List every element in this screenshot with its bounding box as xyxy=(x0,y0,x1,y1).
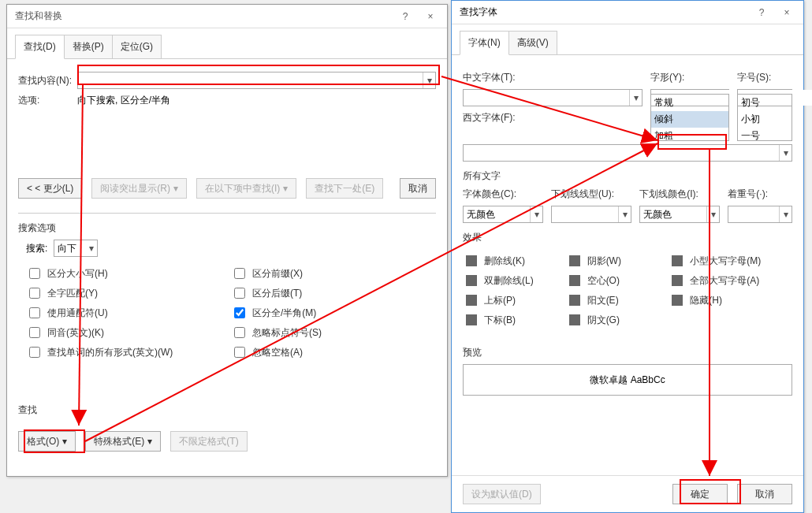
cn-font-combo[interactable]: ▾ xyxy=(463,89,643,106)
ok-button[interactable]: 确定 xyxy=(672,484,728,504)
reading-highlight-button[interactable]: 阅读突出显示(R) ▾ xyxy=(91,178,187,199)
size-option[interactable]: 小初 xyxy=(738,111,792,128)
find-input-combo[interactable]: ▾ xyxy=(77,72,436,89)
search-options-title: 搜索选项 xyxy=(18,221,436,235)
en-font-combo[interactable]: ▾ xyxy=(463,144,792,162)
check-sounds-like[interactable]: 同音(英文)(K) xyxy=(26,325,231,340)
tabs: 字体(N) 高级(V) xyxy=(452,24,803,55)
check-suffix[interactable]: 区分后缀(T) xyxy=(231,285,436,301)
chevron-down-icon[interactable]: ▾ xyxy=(706,206,719,222)
effect-engrave[interactable]: 阴文(G) xyxy=(566,312,669,328)
less-button[interactable]: < < 更少(L) xyxy=(18,178,82,199)
tabs: 查找(D) 替换(P) 定位(G) xyxy=(7,28,447,59)
options-value: 向下搜索, 区分全/半角 xyxy=(77,94,170,107)
font-color-label: 字体颜色(C): xyxy=(463,188,543,201)
style-option-italic[interactable]: 倾斜 xyxy=(651,111,728,128)
search-direction-combo[interactable]: 向下 ▾ xyxy=(54,240,98,257)
underline-color-combo[interactable]: 无颜色▾ xyxy=(639,206,720,223)
help-icon: ? xyxy=(403,11,408,22)
no-format-button[interactable]: 不限定格式(T) xyxy=(170,431,247,452)
check-fullhalf[interactable]: 区分全/半角(M) xyxy=(231,305,436,321)
find-label: 查找内容(N): xyxy=(18,74,77,87)
underline-type-combo[interactable]: ▾ xyxy=(551,206,631,223)
find-in-button[interactable]: 在以下项中查找(I) ▾ xyxy=(196,178,296,199)
dialog-title: 查找字体 xyxy=(460,6,497,19)
format-button[interactable]: 格式(O) ▾ xyxy=(18,431,76,452)
check-ignore-space[interactable]: 忽略空格(A) xyxy=(231,344,436,360)
tab-advanced[interactable]: 高级(V) xyxy=(508,31,557,54)
special-format-button[interactable]: 特殊格式(E) ▾ xyxy=(85,431,161,452)
search-dir-label: 搜索: xyxy=(26,242,47,255)
dialog-body: 中文字体(T): 字形(Y): 字号(S): ▾ 西文字体(F): 常规 倾斜 … xyxy=(452,55,803,403)
check-wildcards[interactable]: 使用通配符(U) xyxy=(26,305,231,321)
help-button[interactable]: ? xyxy=(393,8,417,25)
style-option-regular[interactable]: 常规 xyxy=(651,95,728,111)
tab-replace[interactable]: 替换(P) xyxy=(64,35,113,58)
effect-emboss[interactable]: 阳文(E) xyxy=(566,292,669,308)
style-listbox[interactable]: 常规 倾斜 加粗 xyxy=(650,94,729,141)
size-label: 字号(S): xyxy=(737,71,792,84)
options-label: 选项: xyxy=(18,94,77,107)
effect-allcaps[interactable]: 全部大写字母(A) xyxy=(669,273,792,288)
check-prefix[interactable]: 区分前缀(X) xyxy=(231,266,436,281)
find-replace-dialog: 查找和替换 ? × 查找(D) 替换(P) 定位(G) 查找内容(N): ▾ 选… xyxy=(6,4,448,477)
chevron-down-icon: ▾ xyxy=(86,243,97,254)
effect-sub[interactable]: 下标(B) xyxy=(463,312,566,328)
effect-strike[interactable]: 删除线(K) xyxy=(463,253,566,269)
all-text-label: 所有文字 xyxy=(463,169,792,183)
effect-outline[interactable]: 空心(O) xyxy=(566,273,669,288)
emphasis-combo[interactable]: ▾ xyxy=(728,206,792,223)
chevron-down-icon[interactable]: ▾ xyxy=(423,72,435,88)
cn-font-label: 中文字体(T): xyxy=(463,71,643,84)
en-font-input[interactable] xyxy=(464,145,779,161)
tab-goto[interactable]: 定位(G) xyxy=(112,35,162,58)
cn-font-input[interactable] xyxy=(464,90,629,106)
style-label: 字形(Y): xyxy=(650,71,729,84)
find-next-button[interactable]: 查找下一处(E) xyxy=(306,178,383,199)
effect-dblstrike[interactable]: 双删除线(L) xyxy=(463,273,566,288)
cancel-button[interactable]: 取消 xyxy=(737,484,792,504)
tab-font[interactable]: 字体(N) xyxy=(460,31,509,55)
help-button[interactable]: ? xyxy=(750,4,773,21)
chevron-down-icon[interactable]: ▾ xyxy=(779,206,792,222)
close-icon: × xyxy=(427,11,433,22)
style-option-bold[interactable]: 加粗 xyxy=(651,128,728,141)
titlebar: 查找和替换 ? × xyxy=(7,5,447,28)
find-section-title: 查找 xyxy=(18,403,436,417)
effect-hidden[interactable]: 隐藏(H) xyxy=(669,292,792,308)
dialog-title: 查找和替换 xyxy=(15,9,62,23)
find-font-dialog: 查找字体 ? × 字体(N) 高级(V) 中文字体(T): 字形(Y): 字号(… xyxy=(451,0,804,513)
emphasis-label: 着重号(·): xyxy=(728,188,792,201)
chevron-down-icon[interactable]: ▾ xyxy=(779,145,792,161)
check-wholeword[interactable]: 全字匹配(Y) xyxy=(26,285,231,301)
effects-label: 效果 xyxy=(463,231,792,244)
underline-color-label: 下划线颜色(I): xyxy=(639,188,720,201)
en-font-label: 西文字体(F): xyxy=(463,111,643,125)
size-option[interactable]: 一号 xyxy=(738,128,792,141)
preview-label: 预览 xyxy=(463,346,792,359)
find-input[interactable] xyxy=(78,72,423,88)
cancel-button[interactable]: 取消 xyxy=(400,178,436,199)
chevron-down-icon[interactable]: ▾ xyxy=(629,90,642,106)
size-listbox[interactable]: 初号 小初 一号 xyxy=(737,94,792,141)
dialog-footer: 设为默认值(D) 确定 取消 xyxy=(452,475,803,512)
chevron-down-icon[interactable]: ▾ xyxy=(618,206,631,222)
effect-shadow[interactable]: 阴影(W) xyxy=(566,253,669,269)
size-option[interactable]: 初号 xyxy=(738,95,792,111)
underline-type-label: 下划线线型(U): xyxy=(551,188,631,201)
titlebar: 查找字体 ? × xyxy=(452,1,803,24)
set-default-button[interactable]: 设为默认值(D) xyxy=(463,484,541,504)
preview-box: 微软卓越 AaBbCc xyxy=(463,364,792,396)
tab-find[interactable]: 查找(D) xyxy=(15,35,65,59)
close-button[interactable]: × xyxy=(419,8,442,25)
effect-smallcaps[interactable]: 小型大写字母(M) xyxy=(669,253,792,269)
chevron-down-icon: ▾ xyxy=(62,436,67,447)
check-ignore-punct[interactable]: 忽略标点符号(S) xyxy=(231,325,436,340)
chevron-down-icon[interactable]: ▾ xyxy=(530,206,542,222)
dialog-body: 查找内容(N): ▾ 选项: 向下搜索, 区分全/半角 < < 更少(L) 阅读… xyxy=(7,59,447,474)
check-wordforms[interactable]: 查找单词的所有形式(英文)(W) xyxy=(26,344,231,360)
font-color-combo[interactable]: 无颜色▾ xyxy=(463,206,543,223)
check-matchcase[interactable]: 区分大小写(H) xyxy=(26,266,231,281)
close-button[interactable]: × xyxy=(775,4,799,21)
effect-super[interactable]: 上标(P) xyxy=(463,292,566,308)
